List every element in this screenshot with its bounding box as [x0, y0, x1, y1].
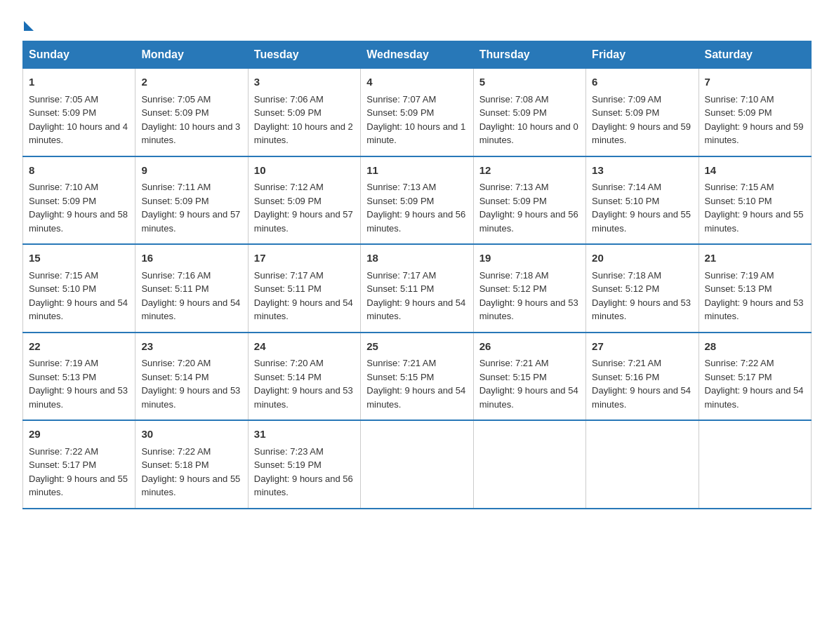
daylight-label: Daylight: 9 hours and 54 minutes. [366, 297, 465, 322]
day-number: 20 [592, 250, 692, 267]
sunrise-label: Sunrise: 7:07 AM [366, 94, 436, 105]
sunset-label: Sunset: 5:09 PM [705, 107, 772, 118]
weekday-header-sunday: Sunday [23, 41, 135, 69]
day-number: 9 [141, 163, 241, 179]
daylight-label: Daylight: 9 hours and 54 minutes. [705, 385, 804, 410]
weekday-header-saturday: Saturday [699, 41, 811, 69]
sunrise-label: Sunrise: 7:15 AM [29, 270, 98, 281]
sunset-label: Sunset: 5:13 PM [705, 283, 772, 294]
sunrise-label: Sunrise: 7:21 AM [366, 358, 436, 368]
sunset-label: Sunset: 5:14 PM [254, 372, 322, 382]
calendar-week-1: 1Sunrise: 7:05 AMSunset: 5:09 PMDaylight… [23, 69, 812, 156]
day-number: 7 [705, 74, 805, 90]
sunrise-label: Sunrise: 7:12 AM [254, 182, 324, 192]
sunrise-label: Sunrise: 7:19 AM [705, 270, 774, 281]
sunset-label: Sunset: 5:09 PM [366, 107, 434, 118]
sunset-label: Sunset: 5:12 PM [479, 283, 547, 294]
daylight-label: Daylight: 9 hours and 54 minutes. [592, 385, 691, 410]
day-number: 16 [141, 250, 241, 267]
sunset-label: Sunset: 5:10 PM [592, 196, 659, 206]
sunrise-label: Sunrise: 7:22 AM [141, 446, 211, 457]
calendar-cell: 12Sunrise: 7:13 AMSunset: 5:09 PMDayligh… [473, 156, 585, 245]
sunset-label: Sunset: 5:09 PM [141, 107, 208, 118]
sunrise-label: Sunrise: 7:06 AM [254, 94, 324, 105]
daylight-label: Daylight: 9 hours and 54 minutes. [141, 297, 240, 322]
daylight-label: Daylight: 9 hours and 55 minutes. [705, 209, 804, 234]
sunrise-label: Sunrise: 7:22 AM [705, 358, 774, 368]
calendar-cell: 10Sunrise: 7:12 AMSunset: 5:09 PMDayligh… [248, 156, 360, 245]
day-number: 30 [141, 427, 241, 443]
sunrise-label: Sunrise: 7:18 AM [479, 270, 549, 281]
calendar-cell: 20Sunrise: 7:18 AMSunset: 5:12 PMDayligh… [586, 244, 699, 333]
day-number: 6 [592, 74, 692, 90]
sunset-label: Sunset: 5:09 PM [479, 107, 547, 118]
day-number: 23 [141, 339, 241, 355]
sunset-label: Sunset: 5:10 PM [705, 196, 772, 206]
daylight-label: Daylight: 9 hours and 54 minutes. [29, 297, 128, 322]
sunset-label: Sunset: 5:12 PM [592, 283, 659, 294]
calendar-body: 1Sunrise: 7:05 AMSunset: 5:09 PMDaylight… [23, 69, 812, 509]
sunrise-label: Sunrise: 7:22 AM [29, 446, 98, 457]
sunset-label: Sunset: 5:11 PM [141, 283, 208, 294]
calendar-cell [586, 420, 699, 509]
calendar-cell [699, 420, 811, 509]
calendar-cell: 21Sunrise: 7:19 AMSunset: 5:13 PMDayligh… [699, 244, 811, 333]
daylight-label: Daylight: 10 hours and 4 minutes. [29, 121, 128, 146]
daylight-label: Daylight: 9 hours and 53 minutes. [705, 297, 804, 322]
day-number: 22 [29, 339, 129, 355]
sunrise-label: Sunrise: 7:11 AM [141, 182, 211, 192]
sunset-label: Sunset: 5:09 PM [29, 107, 96, 118]
calendar-cell: 11Sunrise: 7:13 AMSunset: 5:09 PMDayligh… [361, 156, 473, 245]
sunrise-label: Sunrise: 7:21 AM [479, 358, 549, 368]
sunrise-label: Sunrise: 7:05 AM [141, 94, 211, 105]
sunset-label: Sunset: 5:14 PM [141, 372, 208, 382]
calendar-cell: 24Sunrise: 7:20 AMSunset: 5:14 PMDayligh… [248, 333, 360, 421]
calendar-week-3: 15Sunrise: 7:15 AMSunset: 5:10 PMDayligh… [23, 244, 812, 333]
logo [22, 17, 34, 28]
day-number: 14 [705, 163, 805, 179]
sunrise-label: Sunrise: 7:13 AM [366, 182, 436, 192]
weekday-header-row: SundayMondayTuesdayWednesdayThursdayFrid… [23, 41, 812, 69]
weekday-header-tuesday: Tuesday [248, 41, 360, 69]
daylight-label: Daylight: 9 hours and 59 minutes. [592, 121, 691, 146]
weekday-header-monday: Monday [135, 41, 248, 69]
logo-arrow-icon [24, 21, 34, 31]
sunrise-label: Sunrise: 7:10 AM [29, 182, 98, 192]
calendar-week-2: 8Sunrise: 7:10 AMSunset: 5:09 PMDaylight… [23, 156, 812, 245]
calendar-cell: 7Sunrise: 7:10 AMSunset: 5:09 PMDaylight… [699, 69, 811, 156]
sunset-label: Sunset: 5:17 PM [29, 459, 96, 470]
calendar-week-4: 22Sunrise: 7:19 AMSunset: 5:13 PMDayligh… [23, 333, 812, 421]
sunset-label: Sunset: 5:09 PM [254, 196, 322, 206]
sunset-label: Sunset: 5:10 PM [29, 283, 96, 294]
page-header [22, 17, 812, 28]
sunset-label: Sunset: 5:11 PM [254, 283, 322, 294]
calendar-cell: 15Sunrise: 7:15 AMSunset: 5:10 PMDayligh… [23, 244, 135, 333]
calendar-cell: 18Sunrise: 7:17 AMSunset: 5:11 PMDayligh… [361, 244, 473, 333]
day-number: 24 [254, 339, 355, 355]
day-number: 12 [479, 163, 580, 179]
sunrise-label: Sunrise: 7:15 AM [705, 182, 774, 192]
sunset-label: Sunset: 5:15 PM [479, 372, 547, 382]
sunrise-label: Sunrise: 7:17 AM [366, 270, 436, 281]
sunrise-label: Sunrise: 7:16 AM [141, 270, 211, 281]
calendar-cell: 29Sunrise: 7:22 AMSunset: 5:17 PMDayligh… [23, 420, 135, 509]
calendar-cell: 28Sunrise: 7:22 AMSunset: 5:17 PMDayligh… [699, 333, 811, 421]
day-number: 17 [254, 250, 355, 267]
sunrise-label: Sunrise: 7:19 AM [29, 358, 98, 368]
calendar-header: SundayMondayTuesdayWednesdayThursdayFrid… [23, 41, 812, 69]
sunrise-label: Sunrise: 7:17 AM [254, 270, 324, 281]
daylight-label: Daylight: 9 hours and 56 minutes. [254, 474, 353, 498]
daylight-label: Daylight: 9 hours and 57 minutes. [254, 209, 353, 234]
day-number: 18 [366, 250, 467, 267]
sunrise-label: Sunrise: 7:13 AM [479, 182, 549, 192]
calendar-cell: 19Sunrise: 7:18 AMSunset: 5:12 PMDayligh… [473, 244, 585, 333]
calendar-cell: 6Sunrise: 7:09 AMSunset: 5:09 PMDaylight… [586, 69, 699, 156]
sunset-label: Sunset: 5:09 PM [592, 107, 659, 118]
daylight-label: Daylight: 9 hours and 53 minutes. [592, 297, 691, 322]
day-number: 28 [705, 339, 805, 355]
weekday-header-friday: Friday [586, 41, 699, 69]
sunset-label: Sunset: 5:09 PM [366, 196, 434, 206]
calendar-cell: 27Sunrise: 7:21 AMSunset: 5:16 PMDayligh… [586, 333, 699, 421]
calendar-cell: 17Sunrise: 7:17 AMSunset: 5:11 PMDayligh… [248, 244, 360, 333]
calendar-cell: 4Sunrise: 7:07 AMSunset: 5:09 PMDaylight… [361, 69, 473, 156]
